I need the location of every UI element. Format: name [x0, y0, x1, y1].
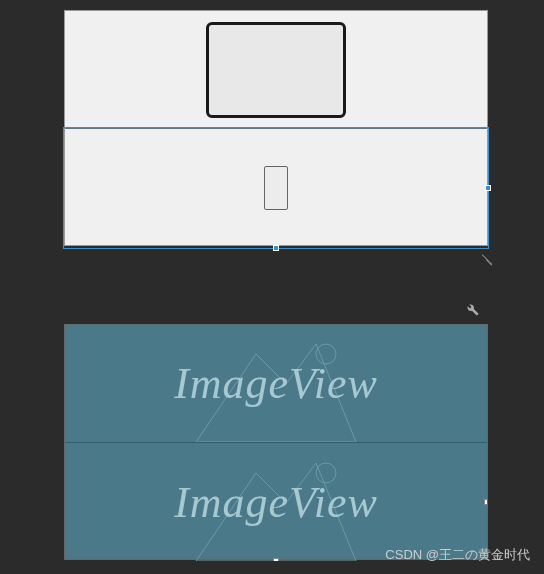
blueprint-row-0[interactable]: ImageView — [65, 325, 487, 443]
phone-device-frame — [264, 166, 288, 210]
resize-handle-east[interactable] — [485, 185, 491, 191]
wrench-icon[interactable] — [467, 303, 479, 319]
blueprint-preview-panel[interactable]: ImageView ImageView — [64, 324, 488, 560]
resize-handle-east[interactable] — [484, 499, 487, 505]
design-row-tablet[interactable] — [65, 11, 487, 129]
panel-resize-grip-icon[interactable] — [480, 252, 494, 266]
imageview-label: ImageView — [174, 477, 378, 528]
resize-handle-south[interactable] — [273, 245, 279, 251]
design-preview-panel[interactable] — [64, 10, 488, 246]
design-row-phone[interactable] — [65, 129, 487, 247]
tablet-device-frame — [206, 22, 346, 118]
watermark-text: CSDN @王二の黄金时代 — [385, 546, 530, 564]
blueprint-row-1[interactable]: ImageView — [65, 443, 487, 561]
imageview-label: ImageView — [174, 358, 378, 409]
